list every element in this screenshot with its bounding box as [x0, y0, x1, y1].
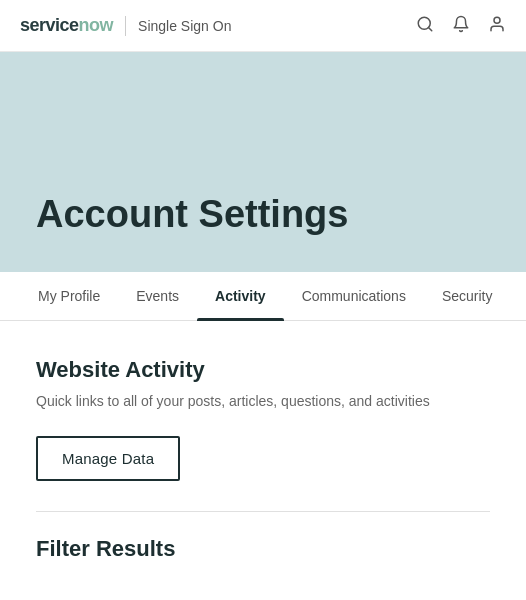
user-icon[interactable]: [488, 15, 506, 36]
tab-events[interactable]: Events: [118, 272, 197, 320]
nav-tabs: My Profile Events Activity Communication…: [0, 272, 526, 321]
main-content: Website Activity Quick links to all of y…: [0, 321, 526, 592]
logo: servicenow: [20, 15, 113, 36]
hero-banner: Account Settings: [0, 52, 526, 272]
svg-point-2: [494, 17, 500, 23]
header-divider: [125, 16, 126, 36]
svg-line-1: [428, 27, 431, 30]
search-icon[interactable]: [416, 15, 434, 36]
filter-results-title: Filter Results: [36, 536, 490, 562]
tab-my-profile[interactable]: My Profile: [20, 272, 118, 320]
header-icons: [416, 15, 506, 36]
header-left: servicenow Single Sign On: [20, 15, 231, 36]
page-title: Account Settings: [36, 194, 348, 236]
header-subtitle: Single Sign On: [138, 18, 231, 34]
website-activity-title: Website Activity: [36, 357, 490, 383]
website-activity-desc: Quick links to all of your posts, articl…: [36, 391, 490, 412]
tab-activity[interactable]: Activity: [197, 272, 284, 320]
tab-security[interactable]: Security: [424, 272, 511, 320]
tab-communications[interactable]: Communications: [284, 272, 424, 320]
manage-data-button[interactable]: Manage Data: [36, 436, 180, 481]
header: servicenow Single Sign On: [0, 0, 526, 52]
logo-service: service: [20, 15, 79, 35]
section-divider: [36, 511, 490, 512]
bell-icon[interactable]: [452, 15, 470, 36]
logo-now: now: [79, 15, 114, 35]
